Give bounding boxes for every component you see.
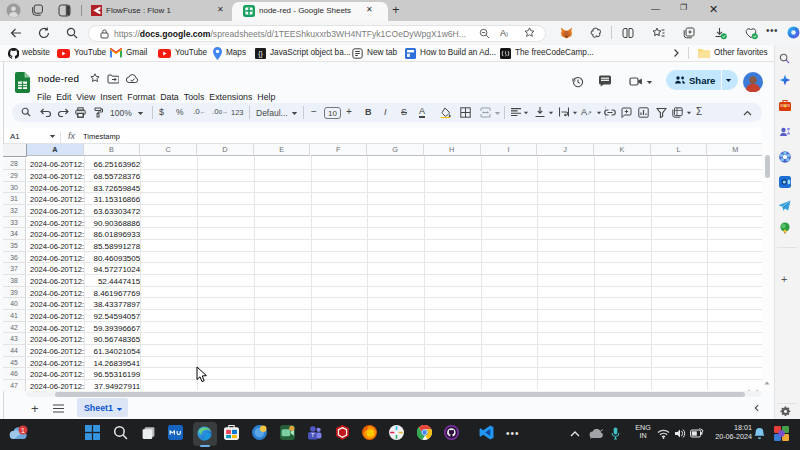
svg-text:T: T xyxy=(311,432,315,438)
svg-text:1: 1 xyxy=(21,427,25,434)
